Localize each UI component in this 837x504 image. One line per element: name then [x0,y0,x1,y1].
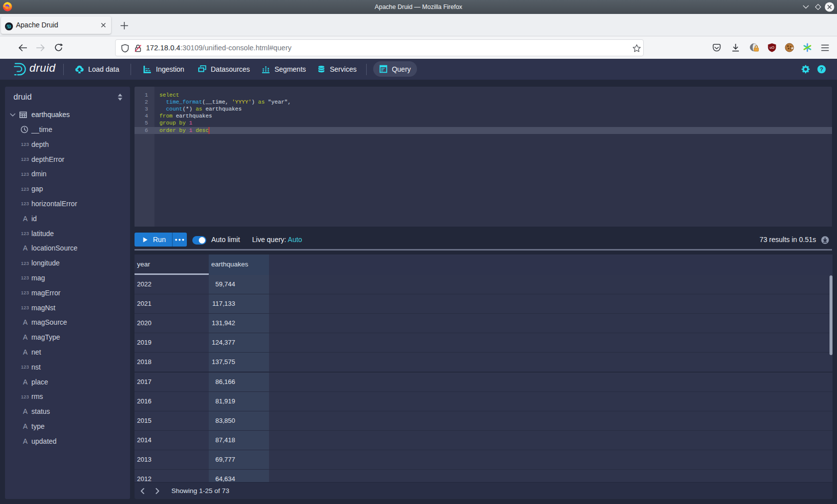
svg-text:uO: uO [770,46,775,49]
svg-text:?: ? [820,66,824,72]
